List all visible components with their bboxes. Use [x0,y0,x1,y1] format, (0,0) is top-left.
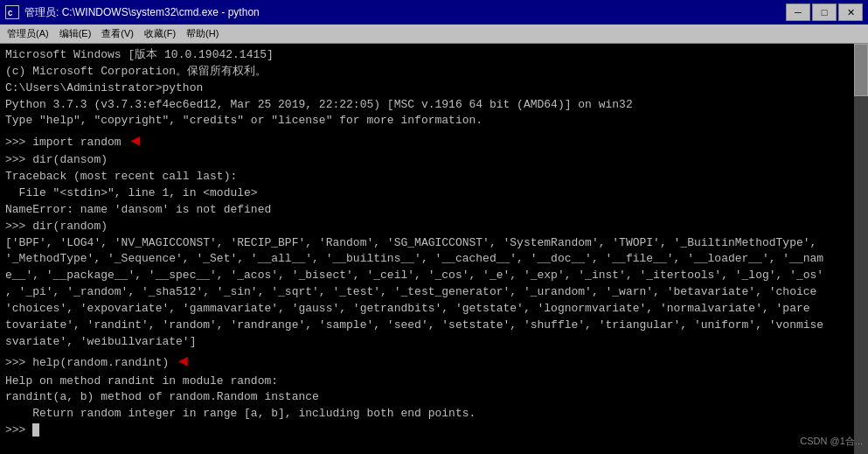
toolbar-menu-item[interactable]: 帮助(H) [183,26,222,41]
terminal-line: e__', '__package__', '__spec__', '_acos'… [5,268,863,284]
window-title: 管理员: C:\WINDOWS\system32\cmd.exe - pytho… [24,5,260,20]
terminal-line: C:\Users\Administrator>python [5,80,863,97]
minimize-button[interactable]: ─ [786,3,810,21]
toolbar-menu-item[interactable]: 收藏(F) [141,26,179,41]
scrollbar-track[interactable] [854,44,868,454]
terminal-line: >>> import random ◀ [5,129,863,152]
cursor [32,423,39,437]
terminal-line: >>> help(random.randint) ◀ [5,350,863,373]
terminal-line: ['BPF', 'LOG4', 'NV_MAGICCONST', 'RECIP_… [5,235,863,252]
terminal-line: NameError: name 'dansom' is not defined [5,202,863,219]
scrollbar-thumb[interactable] [854,44,868,96]
menu-toolbar: 管理员(A)编辑(E)查看(V)收藏(F)帮助(H) [0,24,868,44]
toolbar-menu-item[interactable]: 查看(V) [98,26,137,41]
arrow-annotation: ◀ [122,132,141,150]
arrow-annotation: ◀ [169,353,188,370]
terminal-line: >>> dir(random) [5,219,863,235]
toolbar-menu-item[interactable]: 编辑(E) [56,26,95,41]
terminal-line: >>> [5,423,863,439]
terminal-line: randint(a, b) method of random.Random in… [5,389,863,406]
terminal-line: (c) Microsoft Corporation。保留所有权利。 [5,64,863,80]
watermark: CSDN @1合... [800,435,863,449]
svg-text:C: C [8,10,13,18]
terminal-line: Type "help", "copyright", "credits" or "… [5,113,863,129]
terminal-line: >>> dir(dansom) [5,152,863,169]
maximize-button[interactable]: □ [812,3,837,21]
terminal-line: , '_pi', '_random', '_sha512', '_sin', '… [5,284,863,301]
window-controls: ─ □ ✕ [786,3,863,21]
title-bar-left: C 管理员: C:\WINDOWS\system32\cmd.exe - pyt… [5,5,260,20]
terminal-line: Microsoft Windows [版本 10.0.19042.1415] [5,47,863,64]
close-button[interactable]: ✕ [838,3,863,21]
terminal-line: Help on method randint in module random: [5,374,863,390]
terminal-line: File "<stdin>", line 1, in <module> [5,185,863,202]
terminal-line: Traceback (most recent call last): [5,169,863,185]
cmd-icon: C [5,5,19,19]
terminal-line: 'choices', 'expovariate', 'gammavariate'… [5,301,863,318]
terminal-window[interactable]: Microsoft Windows [版本 10.0.19042.1415](c… [0,44,868,454]
terminal-line: Python 3.7.3 (v3.7.3:ef4ec6ed12, Mar 25 … [5,97,863,114]
terminal-line: '_MethodType', '_Sequence', '_Set', '__a… [5,251,863,268]
title-bar: C 管理员: C:\WINDOWS\system32\cmd.exe - pyt… [0,0,868,24]
terminal-line: Return random integer in range [a, b], i… [5,406,863,423]
terminal-line: svariate', 'weibullvariate'] [5,334,863,351]
toolbar-menu-item[interactable]: 管理员(A) [3,26,52,41]
terminal-line: tovariate', 'randint', 'random', 'randra… [5,318,863,334]
